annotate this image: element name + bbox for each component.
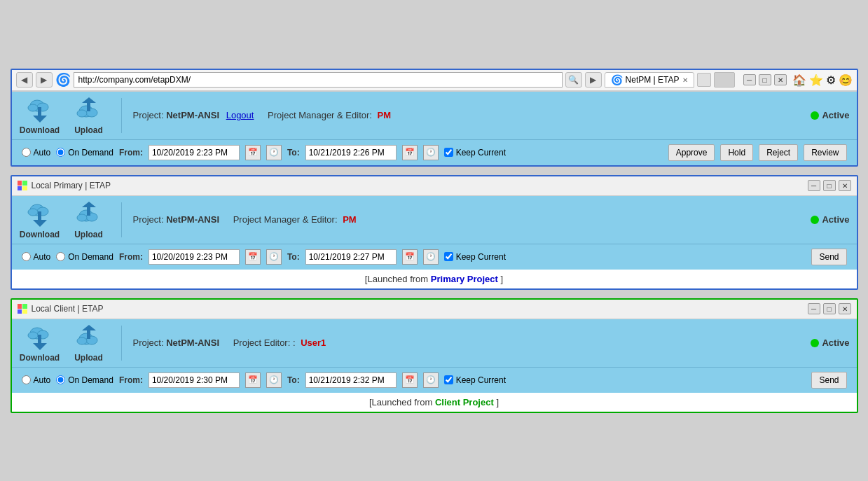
keep-current-group: Keep Current <box>444 148 506 158</box>
client-upload-label: Upload <box>74 353 103 363</box>
auto-radio[interactable] <box>22 148 31 157</box>
search-button[interactable]: 🔍 <box>565 72 582 88</box>
client-close-button[interactable]: ✕ <box>839 303 851 314</box>
home-icon[interactable]: 🏠 <box>792 74 806 87</box>
browser-minimize-button[interactable]: ─ <box>743 74 756 85</box>
svg-marker-24 <box>33 343 47 350</box>
hold-button[interactable]: Hold <box>720 144 753 161</box>
svg-point-17 <box>77 214 87 221</box>
browser-maximize-button[interactable]: □ <box>759 74 771 85</box>
favorites-icon[interactable]: ⭐ <box>809 74 823 87</box>
reject-button[interactable]: Reject <box>759 144 798 161</box>
primary-to-label: To: <box>287 252 300 262</box>
settings-icon[interactable]: ⚙ <box>826 74 836 87</box>
go-button[interactable]: ▶ <box>585 72 602 88</box>
browser-tab[interactable]: 🌀 NetPM | ETAP ✕ <box>605 72 694 88</box>
to-calendar-button[interactable]: 📅 <box>402 145 418 160</box>
svg-point-7 <box>77 110 87 117</box>
download-label: Download <box>20 125 60 135</box>
primary-to-clock-button[interactable]: 🕐 <box>423 249 439 265</box>
primary-window-chrome: Local Primary | ETAP ─ □ ✕ <box>12 176 857 196</box>
to-clock-button[interactable]: 🕐 <box>423 145 439 160</box>
primary-maximize-button[interactable]: □ <box>823 180 836 191</box>
from-date-input[interactable] <box>149 145 240 160</box>
client-caption-end: ] <box>496 397 499 407</box>
client-keep-current-label: Keep Current <box>456 375 506 385</box>
browser-close-button[interactable]: ✕ <box>774 74 787 85</box>
primary-to-calendar-button[interactable]: 📅 <box>402 249 418 265</box>
forward-button[interactable]: ▶ <box>36 72 53 88</box>
client-from-calendar-button[interactable]: 📅 <box>245 372 261 388</box>
smiley-icon[interactable]: 😊 <box>839 74 853 87</box>
keep-current-label: Keep Current <box>456 148 506 158</box>
client-to-date-input[interactable] <box>305 372 397 388</box>
primary-status-text: Active <box>822 214 849 225</box>
primary-from-clock-button[interactable]: 🕐 <box>266 249 282 265</box>
svg-point-12 <box>28 209 38 216</box>
primary-on-demand-radio[interactable] <box>56 252 65 261</box>
primary-send-button[interactable]: Send <box>811 249 846 265</box>
client-maximize-button[interactable]: □ <box>823 303 836 314</box>
primary-keep-current-checkbox[interactable] <box>444 252 453 261</box>
client-caption-start: [Launched from <box>369 397 435 407</box>
from-clock-button[interactable]: 🕐 <box>266 145 282 160</box>
client-from-date-input[interactable] <box>149 372 240 388</box>
primary-project-label: Project: <box>133 214 164 225</box>
pm-value: PM <box>378 110 392 120</box>
client-upload-button[interactable]: Upload <box>68 323 110 363</box>
logout-link[interactable]: Logout <box>226 110 254 120</box>
review-button[interactable]: Review <box>804 144 846 161</box>
client-to-clock-button[interactable]: 🕐 <box>423 372 439 388</box>
on-demand-label: On Demand <box>68 148 113 158</box>
primary-from-calendar-button[interactable]: 📅 <box>245 249 261 265</box>
from-calendar-button[interactable]: 📅 <box>245 145 261 160</box>
on-demand-radio-group: On Demand <box>56 148 113 158</box>
download-button[interactable]: Download <box>19 96 61 135</box>
back-button[interactable]: ◀ <box>16 72 33 88</box>
primary-from-date-input[interactable] <box>149 249 240 265</box>
client-to-calendar-button[interactable]: 📅 <box>402 372 418 388</box>
to-date-input[interactable] <box>305 145 397 160</box>
primary-download-button[interactable]: Download <box>19 200 61 239</box>
primary-keep-current-group: Keep Current <box>444 252 506 262</box>
svg-marker-4 <box>33 116 47 123</box>
primary-panel-caption: [Launched from Primary Project ] <box>12 270 857 288</box>
approve-button[interactable]: Approve <box>668 144 715 161</box>
primary-upload-icon <box>75 200 103 228</box>
client-auto-radio[interactable] <box>22 375 31 384</box>
client-from-label: From: <box>119 375 143 385</box>
client-download-button[interactable]: Download <box>19 323 61 363</box>
svg-rect-3 <box>38 107 41 116</box>
client-window-chrome: Local Client | ETAP ─ □ ✕ <box>12 300 857 319</box>
client-toolbar-separator <box>121 326 122 361</box>
primary-upload-label: Upload <box>74 230 103 239</box>
new-tab-button[interactable] <box>697 73 711 87</box>
client-project-name: NetPM-ANSI <box>166 337 219 348</box>
client-filter-bar: Auto On Demand From: 📅 🕐 To: 📅 🕐 Keep Cu… <box>12 367 857 393</box>
on-demand-radio[interactable] <box>56 148 65 157</box>
client-project-label: Project: <box>133 337 164 348</box>
svg-point-2 <box>28 104 38 111</box>
svg-marker-9 <box>82 97 96 103</box>
upload-button[interactable]: Upload <box>68 96 110 135</box>
primary-upload-button[interactable]: Upload <box>68 200 110 239</box>
primary-auto-radio[interactable] <box>22 252 31 261</box>
primary-to-date-input[interactable] <box>305 249 397 265</box>
filter-bar: Auto On Demand From: 📅 🕐 To: 📅 🕐 Keep Cu… <box>12 139 857 165</box>
client-minimize-button[interactable]: ─ <box>808 303 820 314</box>
svg-rect-8 <box>87 103 90 111</box>
address-bar[interactable] <box>74 72 563 88</box>
client-editor-colon: : <box>293 337 296 348</box>
client-send-button[interactable]: Send <box>811 372 846 389</box>
primary-download-icon <box>26 200 54 228</box>
client-from-clock-button[interactable]: 🕐 <box>266 372 282 388</box>
client-keep-current-checkbox[interactable] <box>444 375 453 384</box>
primary-minimize-button[interactable]: ─ <box>808 180 820 191</box>
primary-close-button[interactable]: ✕ <box>839 180 851 191</box>
tab-close-button[interactable]: ✕ <box>682 76 688 84</box>
keep-current-checkbox[interactable] <box>444 148 453 157</box>
primary-on-demand-label: On Demand <box>68 252 113 262</box>
svg-marker-19 <box>82 202 96 207</box>
client-download-label: Download <box>20 353 60 363</box>
client-on-demand-radio[interactable] <box>56 375 65 384</box>
